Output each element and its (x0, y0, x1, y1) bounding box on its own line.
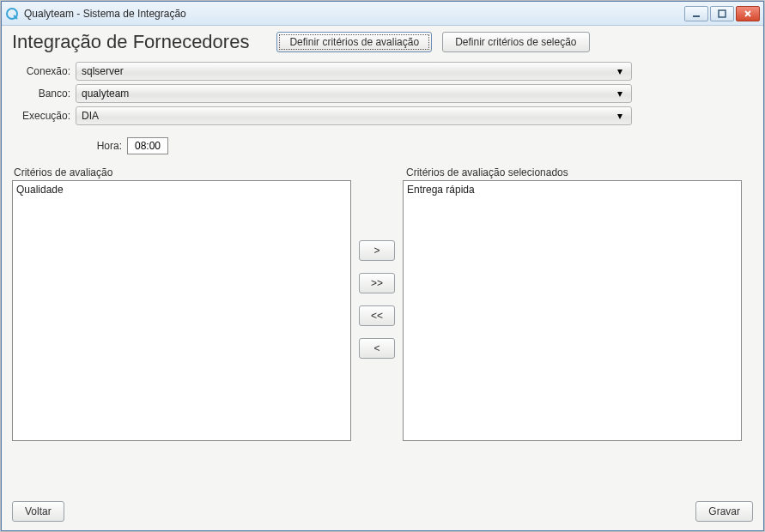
definir-criterios-avaliacao-button[interactable]: Definir critérios de avaliação (276, 32, 432, 52)
definir-criterios-selecao-button[interactable]: Definir critérios de seleção (442, 32, 589, 52)
execucao-select[interactable]: DIA ▾ (76, 106, 632, 125)
close-button[interactable] (736, 6, 760, 21)
window-title: Qualyteam - Sistema de Integração (24, 8, 684, 20)
svg-rect-2 (719, 10, 726, 17)
selected-criteria-listbox[interactable]: Entrega rápida (403, 180, 742, 441)
move-all-left-button[interactable]: << (359, 305, 395, 326)
banco-select[interactable]: qualyteam ▾ (76, 84, 632, 103)
chevron-down-icon: ▾ (614, 88, 626, 100)
criteria-labels: Critérios de avaliação Critérios de aval… (12, 166, 753, 178)
banco-row: Banco: qualyteam ▾ (12, 84, 753, 103)
conexao-label: Conexão: (12, 65, 76, 77)
svg-rect-1 (693, 15, 700, 17)
chevron-down-icon: ▾ (614, 110, 626, 122)
move-all-right-button[interactable]: >> (359, 273, 395, 293)
execucao-label: Execução: (12, 110, 76, 122)
selected-criteria-label: Critérios de avaliação selecionados (406, 166, 568, 178)
header-row: Integração de Fornecedores Definir crité… (12, 31, 753, 53)
move-right-button[interactable]: > (359, 240, 395, 261)
conexao-select[interactable]: sqlserver ▾ (76, 62, 632, 81)
available-criteria-label: Critérios de avaliação (12, 166, 351, 178)
minimize-button[interactable] (684, 6, 708, 21)
chevron-down-icon: ▾ (614, 65, 626, 77)
execucao-row: Execução: DIA ▾ (12, 106, 753, 125)
gravar-button[interactable]: Gravar (695, 501, 753, 522)
footer: Voltar Gravar (12, 489, 753, 522)
page-title: Integração de Fornecedores (12, 31, 249, 53)
list-item[interactable]: Entrega rápida (407, 183, 738, 196)
hora-label: Hora: (12, 140, 127, 152)
banco-label: Banco: (12, 88, 76, 100)
hora-row: Hora: (12, 137, 753, 154)
maximize-button[interactable] (710, 6, 734, 21)
hora-input[interactable] (127, 137, 168, 154)
conexao-value: sqlserver (82, 65, 614, 77)
app-window: Qualyteam - Sistema de Integração Integr… (1, 1, 764, 531)
window-controls (684, 6, 760, 21)
banco-value: qualyteam (82, 88, 614, 100)
dual-listbox: Qualidade > >> << < Entrega rápida (12, 180, 753, 441)
client-area: Integração de Fornecedores Definir crité… (2, 26, 763, 530)
conexao-row: Conexão: sqlserver ▾ (12, 62, 753, 81)
app-icon (5, 7, 19, 21)
titlebar: Qualyteam - Sistema de Integração (2, 2, 763, 26)
execucao-value: DIA (82, 110, 614, 122)
move-buttons: > >> << < (351, 180, 403, 441)
voltar-button[interactable]: Voltar (12, 501, 64, 522)
list-item[interactable]: Qualidade (16, 183, 347, 196)
move-left-button[interactable]: < (359, 338, 395, 359)
available-criteria-listbox[interactable]: Qualidade (12, 180, 351, 441)
